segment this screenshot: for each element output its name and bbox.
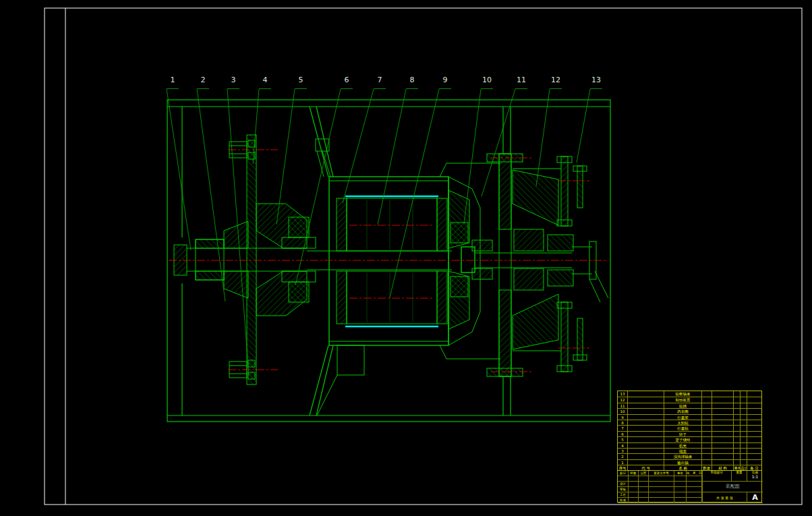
title-block-cell [618, 476, 629, 482]
parts-cell: 轮毂轴承 [664, 391, 701, 397]
sheet-size-cell: A [747, 492, 763, 503]
parts-cell: 8 [618, 420, 627, 425]
parts-cell [701, 436, 712, 442]
parts-cell [733, 436, 740, 442]
parts-cell [740, 414, 747, 420]
parts-cell [712, 425, 734, 430]
parts-cell [740, 391, 747, 397]
parts-cell [701, 459, 712, 465]
title-block-cell [649, 492, 674, 498]
title-block-cell [639, 487, 649, 492]
parts-cell [712, 436, 734, 442]
parts-cell [701, 442, 712, 448]
title-block-cell [649, 498, 674, 503]
stator-highlight [345, 196, 438, 326]
parts-cell [740, 436, 747, 442]
reducer-housing [487, 154, 561, 376]
parts-cell [740, 397, 747, 402]
parts-row: 8太阳轮 [618, 420, 761, 425]
title-block-cell: 签名 [674, 471, 687, 476]
callout-label-10: 10 [482, 76, 492, 84]
title-block-cell [687, 498, 702, 503]
wheel-rim [557, 156, 587, 372]
parts-cell [701, 448, 712, 453]
scale-value: 1:1 [747, 474, 763, 479]
callout-label-3: 3 [231, 76, 236, 84]
callout-label-9: 9 [443, 76, 448, 84]
parts-cell [712, 453, 734, 459]
parts-cell [627, 425, 664, 430]
title-block-cell [687, 492, 702, 498]
sheet-count-cell: 共 张 第 张 [702, 492, 747, 503]
enclosure-outline [167, 100, 610, 422]
parts-cell: 7 [618, 425, 627, 430]
parts-cell [733, 431, 740, 436]
parts-cell [627, 414, 664, 420]
parts-cell: 行星轮 [664, 425, 701, 430]
callout-label-5: 5 [299, 76, 303, 84]
parts-cell [627, 391, 664, 397]
parts-cell: 轮辋 [664, 403, 701, 408]
parts-cell: 5 [618, 436, 627, 442]
parts-cell [627, 397, 664, 402]
title-block-cell: 审核 [618, 487, 629, 492]
stage-mark-cell: 阶段标记 [702, 471, 731, 482]
parts-cell [733, 420, 740, 425]
title-block-cell [674, 498, 687, 503]
title-block-cell: 分区 [639, 471, 649, 476]
output-shaft [548, 235, 608, 302]
parts-cell [627, 431, 664, 436]
parts-cell: 机壳 [664, 442, 701, 448]
parts-row: 3端盖 [618, 448, 761, 453]
parts-cell [712, 442, 734, 448]
callout-label-2: 2 [201, 76, 206, 84]
parts-cell [733, 425, 740, 430]
cad-canvas: 1 2 3 4 5 6 7 8 9 10 11 12 13 13轮毂轴承12制动… [0, 0, 812, 516]
parts-cell [712, 408, 734, 413]
title-block-cell: 设计 [618, 482, 629, 487]
parts-cell [712, 431, 734, 436]
callout-label-7: 7 [378, 76, 382, 84]
callout-label-6: 6 [345, 76, 349, 84]
parts-cell [747, 442, 761, 448]
callout-label-4: 4 [263, 76, 268, 84]
parts-cell [627, 459, 664, 465]
title-block-cell: 批准 [618, 498, 629, 503]
parts-cell [712, 414, 734, 420]
callout-label-8: 8 [410, 76, 415, 84]
parts-cell [747, 431, 761, 436]
weight-cell: 重量 [731, 471, 747, 482]
parts-cell: 13 [618, 391, 627, 397]
parts-cell [747, 414, 761, 420]
parts-cell [627, 403, 664, 408]
title-block-cell [649, 476, 674, 482]
parts-cell [740, 453, 747, 459]
parts-cell: 4 [618, 442, 627, 448]
parts-cell [712, 420, 734, 425]
parts-cell [740, 448, 747, 453]
title-block-cell [649, 482, 674, 487]
parts-cell [740, 403, 747, 408]
parts-cell [747, 425, 761, 430]
parts-cell: 11 [618, 403, 627, 408]
parts-row: 7行星轮 [618, 425, 761, 430]
parts-cell [701, 453, 712, 459]
parts-cell: 内齿圈 [664, 408, 701, 413]
parts-cell [701, 397, 712, 402]
callout-label-1: 1 [171, 76, 175, 84]
parts-cell: 端盖 [664, 448, 701, 453]
motor-core [307, 177, 452, 345]
parts-cell [712, 403, 734, 408]
parts-cell: 输出轴 [664, 459, 701, 465]
parts-cell [733, 459, 740, 465]
parts-row: 6转子 [618, 431, 761, 436]
parts-cell [733, 442, 740, 448]
parts-cell [733, 453, 740, 459]
parts-row: 2深沟球轴承 [618, 453, 761, 459]
parts-cell: 制动装置 [664, 397, 701, 402]
title-block-signature-grid: 标记处数分区更改文件号签名年、月、日设计审核工艺批准 [618, 471, 702, 503]
parts-cell [627, 448, 664, 453]
title-block-cell [674, 482, 687, 487]
parts-cell [733, 448, 740, 453]
parts-cell [701, 431, 712, 436]
